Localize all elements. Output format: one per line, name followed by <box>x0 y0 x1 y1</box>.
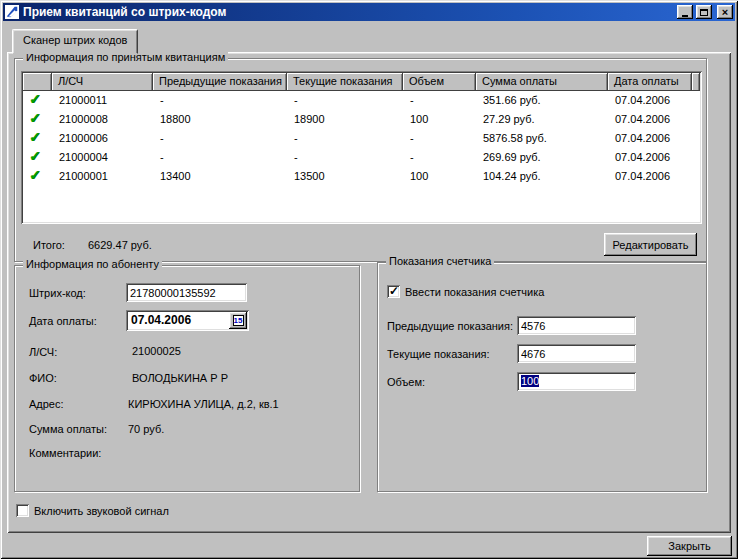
enter-readings-checkbox[interactable]: Ввести показания счетчика <box>387 285 544 298</box>
accepted-check-icon: ✓ <box>29 148 41 164</box>
table-cell: 21000008 <box>52 110 153 129</box>
accepted-check-icon: ✓ <box>29 91 41 107</box>
volume-selected-text: 100 <box>521 375 539 387</box>
status-cell: ✓ <box>23 110 52 129</box>
minimize-button[interactable] <box>677 5 693 19</box>
column-header[interactable] <box>23 73 52 91</box>
close-icon: × <box>722 7 728 17</box>
table-cell: 07.04.2006 <box>608 167 692 186</box>
column-header[interactable]: Объем <box>403 73 476 91</box>
table-cell: 269.69 руб. <box>476 148 608 167</box>
edit-button[interactable]: Редактировать <box>604 233 697 256</box>
table-cell: - <box>403 148 476 167</box>
table-cell: - <box>287 148 403 167</box>
table-row[interactable]: ✓210000011340013500100104.24 руб.07.04.2… <box>23 167 700 186</box>
table-cell: 5876.58 руб. <box>476 129 608 148</box>
calendar-icon: 15 <box>233 315 244 326</box>
table-cell: 100 <box>403 110 476 129</box>
table-cell: - <box>153 148 287 167</box>
table-cell: 104.24 руб. <box>476 167 608 186</box>
status-cell: ✓ <box>23 148 52 167</box>
previous-readings-input[interactable] <box>517 316 636 335</box>
barcode-input[interactable] <box>126 283 247 302</box>
subscriber-group-title: Информация по абоненту <box>23 258 162 270</box>
pay-date-value: 07.04.2006 <box>126 310 229 331</box>
table-cell: 21000006 <box>52 129 153 148</box>
address-label: Адрес: <box>29 398 64 410</box>
payment-sum-label: Сумма оплаты: <box>29 423 107 435</box>
table-cell: 21000011 <box>52 91 153 110</box>
table-cell <box>692 167 700 186</box>
table-row[interactable]: ✓21000008188001890010027.29 руб.07.04.20… <box>23 110 700 129</box>
table-cell: 07.04.2006 <box>608 148 692 167</box>
table-cell: 18800 <box>153 110 287 129</box>
table-cell: 100 <box>403 167 476 186</box>
table-header-row: Л/СЧПредыдущие показанияТекущие показани… <box>23 73 700 91</box>
tab-barcode-scanner[interactable]: Сканер штрих кодов <box>12 29 138 54</box>
table-cell: 07.04.2006 <box>608 91 692 110</box>
calendar-button[interactable]: 15 <box>229 312 247 329</box>
column-header[interactable]: Дата оплаты <box>608 73 692 91</box>
column-header[interactable]: Л/СЧ <box>52 73 153 91</box>
sound-signal-label: Включить звуковой сигнал <box>34 505 169 517</box>
column-header[interactable]: Сумма оплаты <box>476 73 608 91</box>
table-cell <box>692 129 700 148</box>
receipts-table: Л/СЧПредыдущие показанияТекущие показани… <box>21 71 702 224</box>
name-value: ВОЛОДЬКИНА Р Р <box>132 372 228 384</box>
sound-signal-checkbox[interactable]: Включить звуковой сигнал <box>16 504 169 517</box>
total-value: 6629.47 руб. <box>88 239 152 251</box>
table-cell <box>692 148 700 167</box>
table-cell: 21000001 <box>52 167 153 186</box>
close-button[interactable]: × <box>717 5 733 19</box>
column-header[interactable]: Предыдущие показания <box>153 73 287 91</box>
close-form-button[interactable]: Закрыть <box>647 536 732 556</box>
tab-label: Сканер штрих кодов <box>23 34 127 46</box>
table-cell: - <box>287 129 403 148</box>
previous-readings-label: Предыдущие показания: <box>387 320 513 332</box>
accepted-check-icon: ✓ <box>29 167 41 183</box>
table-row[interactable]: ✓21000011---351.66 руб.07.04.2006 <box>23 91 700 110</box>
window-title: Прием квитанций со штрих-кодом <box>22 5 674 19</box>
table-cell <box>692 110 700 129</box>
column-header[interactable]: Текущие показания <box>287 73 403 91</box>
enter-readings-label: Ввести показания счетчика <box>405 286 544 298</box>
table-cell <box>692 91 700 110</box>
table-cell: - <box>403 91 476 110</box>
volume-label: Объем: <box>387 376 425 388</box>
table-cell: - <box>403 129 476 148</box>
comments-label: Комментарии: <box>29 447 101 459</box>
maximize-icon <box>700 9 708 16</box>
table-cell: - <box>153 91 287 110</box>
maximize-button[interactable] <box>696 5 712 19</box>
table-row[interactable]: ✓21000006---5876.58 руб.07.04.2006 <box>23 129 700 148</box>
pay-date-label: Дата оплаты: <box>29 315 97 327</box>
table-cell: 18900 <box>287 110 403 129</box>
pay-date-input[interactable]: 07.04.2006 15 <box>126 310 249 331</box>
column-header-filler <box>692 73 700 91</box>
subscriber-info-group: Информация по абоненту Штрих-код: Дата о… <box>14 265 360 492</box>
table-cell: 13400 <box>153 167 287 186</box>
address-value: КИРЮХИНА УЛИЦА, д.2, кв.1 <box>128 398 279 410</box>
table-row[interactable]: ✓21000004---269.69 руб.07.04.2006 <box>23 148 700 167</box>
account-value: 21000025 <box>132 345 181 357</box>
table-cell: 07.04.2006 <box>608 110 692 129</box>
current-readings-input[interactable] <box>517 344 636 363</box>
table-cell: 13500 <box>287 167 403 186</box>
table-cell: 27.29 руб. <box>476 110 608 129</box>
table-cell: - <box>287 91 403 110</box>
accepted-check-icon: ✓ <box>29 129 41 145</box>
total-label: Итого: <box>33 239 65 251</box>
title-bar[interactable]: Прием квитанций со штрих-кодом × <box>3 3 735 21</box>
current-readings-label: Текущие показания: <box>387 348 490 360</box>
table-cell: 351.66 руб. <box>476 91 608 110</box>
barcode-label: Штрих-код: <box>29 287 86 299</box>
table-cell: 21000004 <box>52 148 153 167</box>
table-body: ✓21000011---351.66 руб.07.04.2006✓210000… <box>23 91 700 186</box>
checkbox-box[interactable] <box>16 504 29 517</box>
meter-readings-group: Показания счетчика Ввести показания счет… <box>377 262 707 492</box>
status-cell: ✓ <box>23 167 52 186</box>
checkbox-box[interactable] <box>387 285 400 298</box>
name-label: ФИО: <box>29 372 57 384</box>
volume-input[interactable]: 100 <box>517 372 636 391</box>
app-window: Прием квитанций со штрих-кодом × Сканер … <box>0 0 738 559</box>
